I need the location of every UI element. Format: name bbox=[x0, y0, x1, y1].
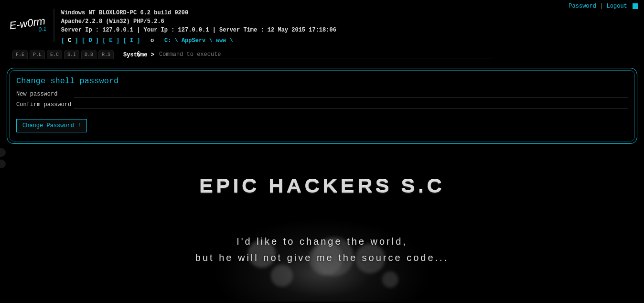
quote-line-2: but he will not give me the source code.… bbox=[0, 249, 644, 266]
tab-fe[interactable]: F.E bbox=[12, 50, 28, 59]
path-breadcrumb[interactable]: C: \ AppServ \ www \ bbox=[164, 37, 233, 44]
tab-rs[interactable]: R.S bbox=[98, 50, 114, 59]
tab-ec[interactable]: E.C bbox=[47, 50, 62, 59]
new-password-input[interactable] bbox=[74, 90, 628, 98]
app-logo: E-w0rm 0.1 bbox=[9, 15, 47, 37]
left-handle-group bbox=[0, 148, 6, 171]
drive-nav: [ C ] [ D ] [ E ] [ I ] o C: \ AppServ \… bbox=[61, 36, 336, 45]
confirm-password-input[interactable] bbox=[74, 101, 628, 108]
logout-link[interactable]: Logout bbox=[607, 3, 627, 10]
drive-link[interactable]: [ I ] bbox=[123, 37, 140, 44]
confirm-password-label: Confirm password bbox=[16, 101, 74, 108]
left-handle-icon[interactable] bbox=[0, 148, 6, 157]
sys-line-server: Apache/2.2.8 (Win32) PHP/5.2.6 bbox=[61, 17, 336, 26]
logout-box-icon[interactable] bbox=[633, 3, 638, 9]
tab-si[interactable]: S.I bbox=[64, 50, 79, 59]
sys-line-os: Windows NT BLOXLORD-PC 6.2 build 9200 bbox=[61, 9, 336, 17]
tab-db[interactable]: D.B bbox=[81, 50, 97, 59]
panel: Change shell password New password Confi… bbox=[7, 68, 637, 144]
top-sep: | bbox=[600, 3, 606, 10]
top-links: Password | Logout bbox=[569, 3, 638, 10]
drive-link[interactable]: [ E ] bbox=[102, 37, 119, 44]
left-handle-icon[interactable] bbox=[0, 160, 6, 168]
change-password-button[interactable]: Change Password ! bbox=[16, 119, 87, 132]
prompt-gt: > bbox=[151, 52, 154, 58]
system-info: Windows NT BLOXLORD-PC 6.2 build 9200 Ap… bbox=[61, 9, 336, 45]
panel-title: Change shell password bbox=[16, 76, 628, 86]
banner-title: EPIC HACKERS S.C bbox=[0, 175, 644, 197]
new-password-label: New password bbox=[16, 91, 74, 97]
quote-line-1: I'd like to change the world, bbox=[0, 233, 644, 249]
drive-link[interactable]: [ C ] bbox=[61, 37, 78, 44]
tabs-row: F.EP.LE.CS.ID.BR.S Syst�me > bbox=[12, 50, 644, 59]
header-separator bbox=[54, 9, 54, 42]
password-link[interactable]: Password bbox=[569, 3, 596, 10]
prompt-label: Syst�me > bbox=[123, 51, 154, 58]
command-input[interactable] bbox=[159, 51, 494, 58]
header: E-w0rm 0.1 Windows NT BLOXLORD-PC 6.2 bu… bbox=[0, 0, 644, 45]
drive-link[interactable]: [ D ] bbox=[82, 37, 99, 44]
prompt-text: Syst�me bbox=[123, 52, 147, 58]
banner-quote: I'd like to change the world, but he wil… bbox=[0, 233, 644, 266]
tab-pl[interactable]: P.L bbox=[30, 50, 45, 59]
sys-line-ip: Server Ip : 127.0.0.1 | Your Ip : 127.0.… bbox=[61, 26, 336, 34]
banner-area: EPIC HACKERS S.C I'd like to change the … bbox=[0, 149, 644, 302]
